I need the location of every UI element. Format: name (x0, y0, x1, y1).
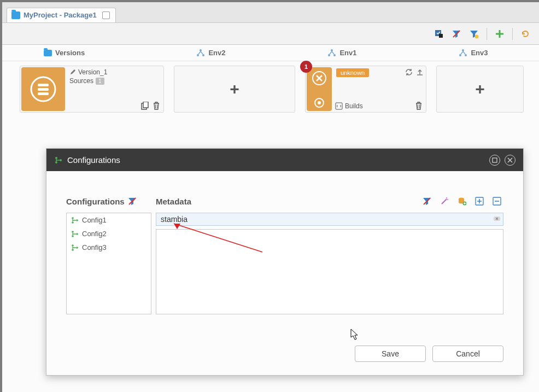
tools-icon (312, 71, 327, 86)
svg-point-23 (55, 157, 57, 159)
metadata-label: Metadata (156, 197, 191, 206)
project-tab[interactable]: MyProject - Package1 (7, 8, 116, 22)
col-env3[interactable]: Env3 (408, 49, 539, 57)
clear-input-icon[interactable] (493, 214, 501, 223)
env-icon (196, 49, 205, 57)
col-versions[interactable]: Versions (2, 49, 145, 57)
card-row: Version_1 Sources 1 + 1 unknown (2, 61, 539, 113)
cancel-button[interactable]: Cancel (432, 346, 503, 362)
database-icon (30, 76, 56, 102)
branch-icon (71, 244, 79, 251)
configurations-label: Configurations (66, 197, 125, 206)
svg-rect-14 (38, 84, 49, 86)
filter-yellow-icon[interactable] (469, 29, 479, 39)
wand-icon[interactable] (440, 197, 449, 206)
version-name: Version_1 (78, 68, 107, 76)
svg-point-21 (318, 101, 321, 104)
tab-title: MyProject - Package1 (24, 11, 97, 19)
filter-icon[interactable] (423, 197, 431, 206)
dialog-close-button[interactable] (505, 155, 515, 166)
svg-point-36 (72, 231, 74, 233)
add-box-icon[interactable] (475, 197, 484, 206)
status-pill: unknown (336, 68, 369, 77)
col-versions-label: Versions (55, 49, 85, 57)
record-icon (314, 98, 324, 108)
metadata-search-input[interactable] (156, 213, 503, 226)
env3-empty-card[interactable]: + (436, 66, 524, 113)
remove-box-icon[interactable] (493, 197, 501, 206)
config-list: Config1 Config2 Config3 (66, 213, 151, 314)
env1-card[interactable]: 1 unknown Builds (305, 66, 426, 113)
code-file-icon (335, 102, 343, 110)
svg-point-25 (60, 159, 62, 161)
svg-point-9 (333, 54, 336, 56)
tab-strip: MyProject - Package1 (2, 2, 539, 23)
tab-checkbox[interactable] (102, 11, 110, 19)
env2-empty-card[interactable]: + (174, 66, 295, 113)
trash-icon[interactable] (153, 102, 160, 110)
builds-label: Builds (345, 102, 363, 110)
dialog-undock-button[interactable] (489, 155, 500, 166)
sources-label: Sources (69, 77, 93, 85)
copy-icon[interactable] (141, 102, 149, 110)
svg-point-39 (72, 244, 74, 247)
add-icon[interactable] (495, 29, 505, 39)
svg-point-33 (72, 217, 74, 219)
filter-red-icon[interactable] (452, 29, 461, 39)
env-icon (459, 49, 467, 57)
toolbar-separator (487, 28, 487, 40)
svg-point-7 (331, 49, 333, 51)
config-item[interactable]: Config3 (67, 241, 151, 254)
plus-icon: + (230, 80, 239, 98)
branch-icon (71, 230, 79, 238)
branch-icon (54, 156, 63, 165)
checklist-icon[interactable] (434, 29, 444, 39)
toolbar (2, 23, 539, 45)
svg-point-10 (462, 49, 464, 51)
config-item-label: Config1 (82, 216, 107, 224)
svg-point-3 (475, 34, 479, 38)
version-card[interactable]: Version_1 Sources 1 (20, 66, 164, 113)
save-button[interactable]: Save (355, 346, 426, 362)
config-item-label: Config3 (82, 243, 107, 251)
svg-point-38 (76, 233, 78, 235)
panels: Config1 Config2 Config3 (66, 213, 503, 314)
svg-rect-1 (439, 34, 443, 38)
version-icon-box (21, 67, 65, 111)
svg-rect-18 (143, 102, 148, 108)
config-item[interactable]: Config1 (67, 213, 151, 227)
svg-point-41 (76, 247, 78, 249)
trash-icon[interactable] (415, 102, 423, 110)
col-env1-label: Env1 (339, 49, 356, 57)
col-env1[interactable]: Env1 (277, 49, 408, 57)
database-add-icon[interactable] (458, 197, 466, 206)
env-icon-box (307, 67, 332, 111)
dialog-body: Configurations Metadata Config1 (46, 171, 523, 314)
svg-rect-16 (38, 92, 49, 95)
dialog-buttons: Save Cancel (355, 346, 503, 362)
svg-point-24 (55, 161, 57, 163)
env-info: unknown Builds (333, 66, 426, 112)
svg-point-35 (76, 219, 78, 221)
svg-point-37 (72, 235, 74, 237)
svg-point-5 (197, 54, 199, 56)
edit-icon[interactable] (69, 69, 76, 75)
filter-icon[interactable] (128, 197, 137, 206)
refresh-icon[interactable] (520, 29, 530, 39)
col-env2[interactable]: Env2 (145, 49, 277, 57)
config-item[interactable]: Config2 (67, 227, 151, 241)
svg-point-12 (465, 54, 467, 56)
svg-rect-15 (38, 88, 49, 91)
svg-point-11 (459, 54, 461, 56)
sources-count: 1 (96, 78, 104, 85)
branch-icon (71, 217, 79, 224)
svg-point-34 (72, 221, 74, 224)
configurations-dialog: Configurations Configurations Metadata (46, 148, 524, 376)
col-env2-label: Env2 (208, 49, 225, 57)
folder-icon (44, 50, 52, 56)
metadata-panel (156, 213, 503, 314)
sync-icon[interactable] (405, 68, 413, 76)
upload-icon[interactable] (416, 68, 424, 76)
dialog-title: Configurations (67, 155, 120, 165)
folder-icon (11, 11, 20, 19)
